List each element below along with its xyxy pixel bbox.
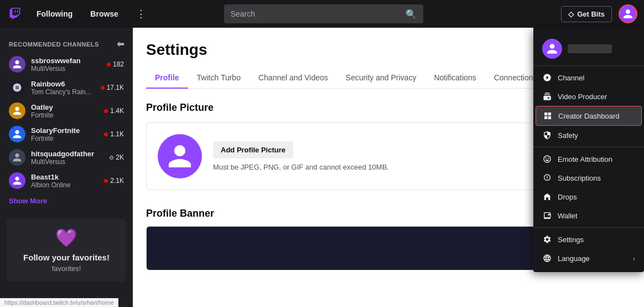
sidebar-item-oatley[interactable]: Oatley Fortnite 1.4K — [0, 99, 133, 122]
live-dot-solary — [104, 132, 108, 136]
get-bits-button[interactable]: ◇ Get Bits — [561, 6, 612, 22]
sidebar-item-hitsquad[interactable]: hitsquadgodfather MultiVersus 2K — [0, 146, 133, 169]
avatar-solary — [9, 126, 25, 142]
dropdown-avatar — [542, 39, 562, 59]
video-producer-icon — [542, 91, 552, 101]
sidebar-section-header: RECOMMENDED CHANNELS ⬅ — [0, 34, 133, 53]
profile-picture-hint: Must be JPEG, PNG, or GIF and cannot exc… — [213, 163, 389, 171]
safety-icon — [542, 130, 552, 140]
avatar-hitsquad — [9, 149, 25, 166]
channel-info-hitsquad: hitsquadgodfather MultiVersus — [31, 150, 104, 166]
profile-picture-info: Add Profile Picture Must be JPEG, PNG, o… — [213, 141, 389, 171]
dropdown-item-channel[interactable]: Channel — [533, 68, 644, 87]
dropdown-item-settings[interactable]: Settings — [533, 230, 644, 249]
more-menu[interactable]: ⋮ — [132, 6, 150, 22]
channel-name-oatley: Oatley — [31, 103, 98, 111]
profile-picture-circle — [158, 134, 202, 178]
live-dot-r6 — [101, 86, 105, 90]
user-dropdown-menu: Channel Video Producer Creator Dashboard… — [533, 28, 644, 272]
user-avatar-button[interactable] — [619, 4, 637, 23]
subscriptions-icon — [542, 173, 552, 183]
channel-game-solary: Fortnite — [31, 135, 98, 142]
search-input[interactable] — [231, 9, 406, 18]
tab-security-privacy[interactable]: Security and Privacy — [337, 68, 425, 89]
settings-icon — [542, 234, 552, 244]
dropdown-item-drops[interactable]: Drops — [533, 187, 644, 206]
viewers-r6: 17.1K — [101, 84, 124, 91]
video-producer-label: Video Producer — [558, 93, 635, 101]
collapse-sidebar-icon[interactable]: ⬅ — [117, 39, 124, 49]
avatar-r6 — [9, 79, 25, 96]
channel-info-solary: SolaryFortnite Fortnite — [31, 126, 98, 142]
tab-twitch-turbo[interactable]: Twitch Turbo — [188, 68, 250, 89]
viewers-solary: 1.1K — [104, 130, 124, 138]
search-icon[interactable]: 🔍 — [406, 9, 417, 19]
dropdown-item-language[interactable]: Language › — [533, 249, 644, 268]
avatar-beast — [9, 172, 25, 189]
channel-game-beast: Albion Online — [31, 181, 98, 189]
dropdown-item-video-producer[interactable]: Video Producer — [533, 87, 644, 106]
language-icon — [542, 253, 552, 263]
drops-label: Drops — [558, 193, 635, 201]
subscriptions-label: Subscriptions — [558, 174, 635, 182]
channel-game-ssb: MultiVersus — [31, 65, 101, 73]
dropdown-item-emote-attribution[interactable]: Emote Attribution — [533, 150, 644, 168]
dropdown-username — [568, 44, 612, 53]
safety-label: Safety — [558, 131, 635, 140]
tab-profile[interactable]: Profile — [146, 68, 188, 89]
language-label: Language — [558, 254, 627, 263]
live-dot-oatley — [104, 109, 108, 113]
channel-info-r6: Rainbow6 Tom Clancy's Rain... — [31, 80, 95, 96]
costream-dot-hitsquad — [110, 156, 113, 160]
channel-game-hitsquad: MultiVersus — [31, 158, 104, 166]
sidebar-item-solary[interactable]: SolaryFortnite Fortnite 1.1K — [0, 122, 133, 146]
channel-icon — [542, 73, 552, 83]
language-arrow-icon: › — [633, 254, 635, 263]
sidebar-item-beast[interactable]: Beast1k Albion Online 2.1K — [0, 169, 133, 192]
browse-link[interactable]: Browse — [86, 7, 123, 21]
dropdown-item-subscriptions[interactable]: Subscriptions — [533, 168, 644, 187]
promo-sub: favorites! — [13, 264, 120, 273]
emote-attribution-label: Emote Attribution — [558, 155, 635, 163]
channel-info-oatley: Oatley Fortnite — [31, 103, 98, 119]
twitch-logo[interactable] — [7, 6, 23, 22]
viewers-oatley: 1.4K — [104, 107, 124, 115]
sidebar-promo: 💜 Follow your favorites! favorites! — [7, 218, 126, 282]
emote-attribution-icon — [542, 154, 552, 164]
channel-info-ssb: ssbroswwefan MultiVersus — [31, 57, 101, 73]
following-link[interactable]: Following — [32, 7, 77, 21]
channel-label: Channel — [558, 74, 635, 82]
live-dot-ssb — [107, 63, 111, 66]
creator-dashboard-icon — [543, 111, 553, 121]
viewers-ssb: 182 — [107, 60, 124, 68]
dropdown-item-wallet[interactable]: Wallet — [533, 206, 644, 225]
channel-name-hitsquad: hitsquadgodfather — [31, 150, 104, 158]
channel-game-r6: Tom Clancy's Rain... — [31, 88, 95, 96]
dropdown-divider-2 — [533, 227, 644, 228]
url-bar: https://dashboard.twitch.tv/u/srhari/hom… — [0, 298, 118, 307]
topnav: Following Browse ⋮ 🔍 ◇ Get Bits — [0, 0, 644, 28]
bits-gem-icon: ◇ — [568, 10, 574, 18]
tab-channel-videos[interactable]: Channel and Videos — [250, 68, 337, 89]
tab-notifications[interactable]: Notifications — [425, 68, 485, 89]
search-bar[interactable]: 🔍 — [224, 4, 423, 23]
live-dot-beast — [104, 179, 108, 183]
avatar-ssb — [9, 56, 25, 73]
wallet-label: Wallet — [558, 212, 635, 220]
dropdown-item-safety[interactable]: Safety — [533, 126, 644, 145]
promo-title: Follow your favorites! — [13, 253, 120, 262]
dropdown-item-creator-dashboard[interactable]: Creator Dashboard — [536, 106, 642, 126]
add-profile-picture-button[interactable]: Add Profile Picture — [213, 141, 293, 158]
wallet-icon — [542, 211, 552, 221]
promo-heart-icon: 💜 — [13, 227, 120, 248]
recommended-channels-label: RECOMMENDED CHANNELS — [9, 41, 99, 48]
sidebar-item-ssb[interactable]: ssbroswwefan MultiVersus 182 — [0, 53, 133, 76]
sidebar-item-r6[interactable]: Rainbow6 Tom Clancy's Rain... 17.1K — [0, 76, 133, 99]
drops-icon — [542, 192, 552, 202]
topnav-right: ◇ Get Bits — [561, 4, 637, 23]
avatar-oatley — [9, 103, 25, 119]
dropdown-header — [533, 32, 644, 66]
channel-name-beast: Beast1k — [31, 173, 98, 181]
settings-label: Settings — [558, 236, 635, 244]
show-more-button[interactable]: Show More — [0, 192, 133, 209]
